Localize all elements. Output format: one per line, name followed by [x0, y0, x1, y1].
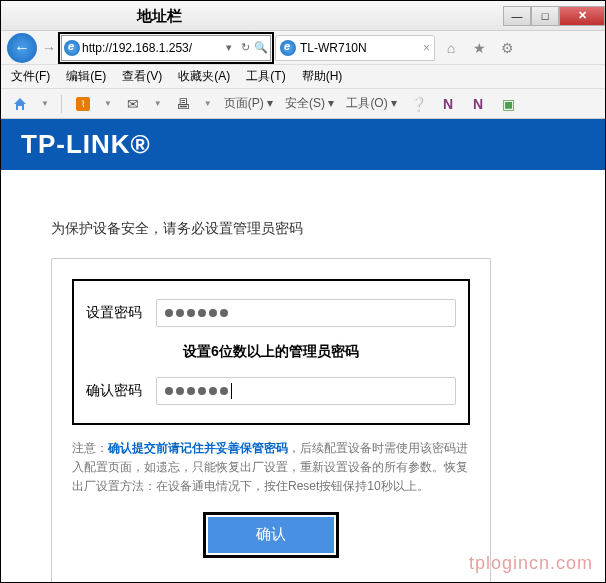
set-password-label: 设置密码	[86, 304, 146, 322]
tab-close-icon[interactable]: ×	[423, 41, 430, 55]
ie-icon	[64, 40, 80, 56]
refresh-icon[interactable]: ↻	[238, 41, 252, 54]
toolbar-home-icon[interactable]	[11, 95, 29, 113]
toolbar-rss-icon[interactable]: ⌇	[74, 95, 92, 113]
password-field-group: 设置密码 设置6位数以上的管理员密码 确认密码	[72, 279, 470, 425]
toolbar-dropdown-icon[interactable]: ▼	[154, 99, 162, 108]
confirm-password-label: 确认密码	[86, 382, 146, 400]
notice-text: 注意：确认提交前请记住并妥善保管密码，后续配置设备时需使用该密码进入配置页面，如…	[72, 439, 470, 497]
favorites-icon[interactable]: ★	[467, 40, 491, 56]
stop-icon[interactable]: ▾	[222, 41, 236, 54]
menu-file[interactable]: 文件(F)	[11, 68, 50, 85]
browser-tab[interactable]: TL-WR710N ×	[275, 35, 435, 61]
menu-tools[interactable]: 工具(T)	[246, 68, 285, 85]
toolbar-dropdown-icon[interactable]: ▼	[104, 99, 112, 108]
gear-icon[interactable]: ⚙	[495, 40, 519, 56]
toolbar-print-icon[interactable]: 🖶	[174, 95, 192, 113]
submit-button[interactable]: 确认	[208, 517, 334, 553]
page-content: TP-LINK® 为保护设备安全，请务必设置管理员密码 设置密码 设置6位数以上…	[1, 119, 605, 583]
address-bar-row: 地址栏 ← → http://192.168.1.253/ ▾ ↻ 🔍 TL-W…	[1, 31, 605, 65]
confirm-password-input[interactable]	[156, 377, 456, 405]
toolbar: ▼ ⌇ ▼ ✉ ▼ 🖶 ▼ 页面(P) ▾ 安全(S) ▾ 工具(O) ▾ ❔ …	[1, 89, 605, 119]
page-prompt: 为保护设备安全，请务必设置管理员密码	[51, 220, 555, 238]
address-bar-label: 地址栏	[137, 7, 182, 26]
toolbar-dropdown-icon[interactable]: ▼	[41, 99, 49, 108]
watermark: tplogincn.com	[469, 553, 593, 574]
toolbar-onenote-icon[interactable]: N	[439, 95, 457, 113]
tab-title: TL-WR710N	[300, 41, 419, 55]
menu-favorites[interactable]: 收藏夹(A)	[178, 68, 230, 85]
toolbar-separator	[61, 95, 62, 113]
menu-help[interactable]: 帮助(H)	[302, 68, 343, 85]
password-form-panel: 设置密码 设置6位数以上的管理员密码 确认密码 注意：确认提交前请记住并妥善保管…	[51, 258, 491, 583]
menu-edit[interactable]: 编辑(E)	[66, 68, 106, 85]
address-bar[interactable]: http://192.168.1.253/ ▾ ↻ 🔍	[61, 35, 271, 61]
toolbar-tools-menu[interactable]: 工具(O) ▾	[346, 95, 397, 112]
back-button[interactable]: ←	[7, 33, 37, 63]
brand-logo: TP-LINK®	[21, 129, 585, 160]
close-button[interactable]: ✕	[559, 6, 605, 26]
toolbar-onenote2-icon[interactable]: N	[469, 95, 487, 113]
toolbar-addon-icon[interactable]: ▣	[499, 95, 517, 113]
home-icon[interactable]: ⌂	[439, 40, 463, 56]
window-titlebar: — □ ✕	[1, 1, 605, 31]
password-hint: 设置6位数以上的管理员密码	[86, 335, 456, 369]
brand-header: TP-LINK®	[1, 119, 605, 170]
set-password-input[interactable]	[156, 299, 456, 327]
toolbar-page-menu[interactable]: 页面(P) ▾	[224, 95, 273, 112]
maximize-button[interactable]: □	[531, 6, 559, 26]
search-icon[interactable]: 🔍	[254, 41, 268, 54]
toolbar-dropdown-icon[interactable]: ▼	[204, 99, 212, 108]
forward-button[interactable]: →	[41, 40, 57, 56]
tab-favicon-icon	[280, 40, 296, 56]
url-text[interactable]: http://192.168.1.253/	[82, 41, 220, 55]
toolbar-help-icon[interactable]: ❔	[409, 95, 427, 113]
minimize-button[interactable]: —	[503, 6, 531, 26]
menu-view[interactable]: 查看(V)	[122, 68, 162, 85]
toolbar-safety-menu[interactable]: 安全(S) ▾	[285, 95, 334, 112]
menu-bar: 文件(F) 编辑(E) 查看(V) 收藏夹(A) 工具(T) 帮助(H)	[1, 65, 605, 89]
toolbar-mail-icon[interactable]: ✉	[124, 95, 142, 113]
